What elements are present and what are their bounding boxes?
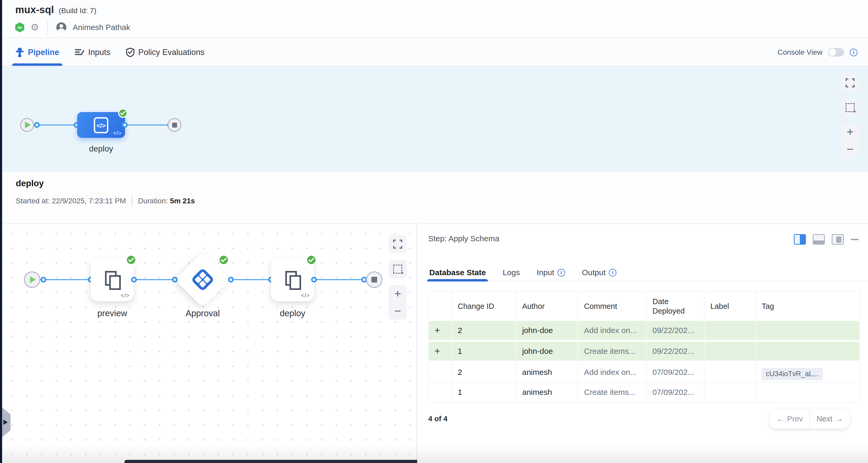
run-step-icon [101, 269, 124, 291]
stage-name: deploy [16, 178, 44, 188]
tab-label: Input [537, 268, 554, 277]
zoom-controls: + − [841, 123, 859, 158]
success-badge-icon [118, 108, 128, 118]
cell-tag [756, 383, 860, 402]
cell-label [705, 321, 756, 340]
cell-tag: cU34ioTvR_aL... [756, 363, 860, 382]
svg-text:</>: </> [97, 122, 106, 129]
panel-tab-logs[interactable]: Logs [502, 264, 521, 281]
step-panel: Step: Apply Schema Database StateLogsInp… [417, 225, 868, 463]
port[interactable] [131, 277, 137, 283]
selection-mode-button[interactable] [389, 260, 407, 278]
step-node-deploy[interactable]: </> [271, 258, 314, 301]
active-tab-underline [12, 63, 62, 66]
stage-canvas[interactable]: </> </> deploy + − [2, 66, 868, 171]
zoom-in-button[interactable]: + [394, 288, 401, 299]
next-button[interactable]: Next→ [810, 409, 849, 429]
fullscreen-icon [845, 78, 855, 88]
info-icon[interactable]: i [609, 269, 616, 276]
end-node[interactable] [168, 118, 181, 132]
column-header-tag: Tag [756, 292, 860, 321]
table-row[interactable]: 2animeshAdd index on...07/09/202...cU34i… [428, 363, 860, 383]
info-icon[interactable]: i [850, 49, 858, 56]
info-icon[interactable]: i [557, 269, 565, 276]
success-badge-icon [218, 255, 229, 265]
gear-icon[interactable]: ⚙ [31, 23, 39, 32]
table-row[interactable]: +2john-doeAdd index on...09/22/202... [428, 321, 860, 340]
tab-label: Output [582, 268, 606, 277]
stage-node-label: deploy [77, 144, 125, 154]
fullscreen-icon [393, 239, 402, 249]
cell-change-id: 2 [452, 363, 516, 382]
zoom-in-button[interactable]: + [847, 126, 854, 138]
cell-author: john-doe [516, 342, 578, 361]
layout-floating-panel-icon[interactable] [832, 234, 844, 245]
bottom-split: </> preview Approval [2, 225, 868, 463]
layout-split-bottom-icon[interactable] [813, 234, 825, 245]
cell-change-id: 1 [452, 383, 516, 402]
stage-info: deploy Started at: 22/9/2025, 7:23:11 PM… [2, 171, 868, 224]
code-icon: </> [301, 292, 310, 299]
fit-view-button[interactable] [389, 235, 407, 253]
step-panel-title: Step: Apply Schema [428, 234, 499, 243]
code-icon: </> [113, 130, 122, 136]
port[interactable] [40, 277, 46, 283]
user-avatar-icon [56, 22, 66, 32]
column-header-comment: Comment [578, 292, 647, 321]
panel-tab-database-state[interactable]: Database State [428, 264, 487, 281]
header: mux-sql (Build Id: 7) ∞ ⚙ Animesh Pathak [2, 0, 868, 38]
start-node[interactable] [24, 271, 40, 288]
duration: Duration: 5m 21s [138, 197, 195, 205]
pipeline-status-icon: ∞ [15, 22, 24, 32]
expand-row-button[interactable]: + [428, 321, 452, 340]
fit-view-button[interactable] [841, 74, 859, 92]
tag-chip[interactable]: cU34ioTvR_aL... [762, 368, 823, 380]
start-node[interactable] [20, 118, 34, 132]
cell-author: animesh [516, 363, 578, 382]
table-row[interactable]: 1animeshCreate items...07/09/202... [428, 383, 860, 402]
panel-tab-input[interactable]: Inputi [535, 264, 566, 281]
end-node[interactable] [366, 271, 382, 288]
code-icon: </> [121, 292, 129, 299]
cell-author: animesh [516, 383, 578, 402]
layout-split-right-icon[interactable] [794, 234, 806, 245]
custom-stage-icon: </> [92, 116, 110, 134]
minimize-panel-icon[interactable] [850, 239, 859, 240]
prev-button[interactable]: ←Prev [770, 409, 810, 429]
stage-node-deploy[interactable]: </> </> [77, 112, 125, 138]
port[interactable] [122, 122, 128, 128]
console-view-toggle[interactable] [828, 48, 844, 57]
tab-inputs[interactable]: Inputs [75, 39, 110, 66]
selection-mode-button[interactable] [841, 98, 859, 117]
port[interactable] [311, 277, 317, 283]
pager: ←Prev Next→ [770, 409, 849, 429]
run-step-icon [281, 269, 304, 291]
port[interactable] [228, 277, 234, 283]
cell-change-id: 2 [452, 321, 516, 340]
collapsed-sidebar[interactable] [0, 0, 2, 463]
bottom-dock[interactable] [124, 460, 422, 463]
port[interactable] [172, 277, 178, 283]
cell-change-id: 1 [452, 342, 516, 361]
play-icon [30, 276, 36, 283]
zoom-out-button[interactable]: − [394, 305, 401, 317]
step-node-preview[interactable]: </> [91, 258, 134, 301]
table-row[interactable]: +1john-doeCreate items...09/22/202... [428, 342, 860, 361]
step-canvas[interactable]: </> preview Approval [2, 225, 417, 463]
expand-row-button[interactable]: + [428, 342, 452, 361]
panel-tab-output[interactable]: Outputi [581, 264, 617, 281]
table-body: +2john-doeAdd index on...09/22/202...+1j… [428, 321, 860, 402]
tab-policy-evaluations[interactable]: Policy Evaluations [126, 39, 205, 66]
zoom-out-button[interactable]: − [847, 143, 854, 155]
cell-label [705, 383, 756, 402]
selection-icon [393, 265, 402, 273]
play-icon [3, 420, 8, 425]
port[interactable] [34, 122, 40, 128]
expand-row-button[interactable] [428, 383, 452, 402]
tab-label: Database State [429, 268, 486, 277]
expand-panel-handle[interactable] [2, 407, 10, 437]
expand-row-button[interactable] [428, 363, 452, 382]
tab-pipeline[interactable]: Pipeline [15, 39, 59, 66]
database-state-table: Change IDAuthorCommentDate DeployedLabel… [428, 291, 860, 402]
approval-icon [191, 268, 215, 292]
